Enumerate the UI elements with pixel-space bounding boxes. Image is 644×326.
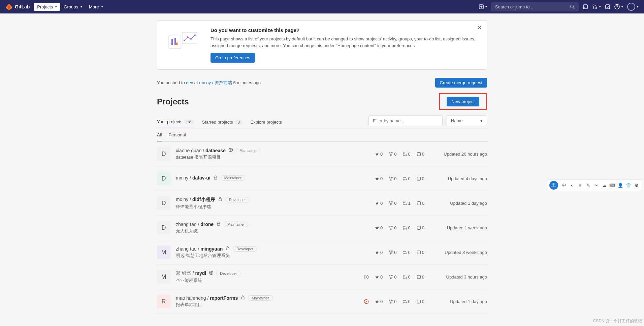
- forks-count[interactable]: 0: [389, 176, 396, 181]
- create-merge-request-button[interactable]: Create merge request: [435, 78, 487, 88]
- project-filter-subtabs: All Personal: [157, 129, 487, 142]
- sort-dropdown[interactable]: Name ▾: [447, 116, 487, 126]
- tab-explore-projects[interactable]: Explore projects: [251, 116, 282, 128]
- issues-count[interactable]: 0: [417, 274, 424, 280]
- project-namespace: mx ny /: [176, 197, 192, 202]
- stars-count[interactable]: 0: [375, 152, 383, 157]
- forks-count[interactable]: 0: [389, 250, 396, 255]
- mrs-count[interactable]: 0: [403, 152, 411, 157]
- help-menu[interactable]: ?: [614, 4, 623, 9]
- issues-count[interactable]: 0: [417, 225, 424, 230]
- ci-status[interactable]: [364, 274, 369, 280]
- mrs-count[interactable]: 0: [403, 225, 411, 230]
- todos-shortcut[interactable]: [605, 4, 610, 9]
- toolbar-edit-icon[interactable]: ✎: [585, 182, 591, 188]
- project-stats: 0 0 0 0: [375, 250, 424, 255]
- toolbar-person-icon[interactable]: 👤: [617, 182, 623, 188]
- issues-count[interactable]: 0: [417, 176, 424, 181]
- fork-icon: [389, 152, 393, 156]
- star-icon: [375, 299, 379, 304]
- subtab-all[interactable]: All: [157, 129, 162, 141]
- push-repo-link[interactable]: 资产前端: [215, 80, 232, 85]
- project-namespace: 郑 银华 /: [176, 270, 195, 276]
- merge-requests-shortcut[interactable]: [592, 4, 601, 9]
- forks-count[interactable]: 0: [389, 225, 396, 230]
- project-row[interactable]: D mx ny / dldf小程序 Developer 锋锋能量小程序端 0 0…: [157, 191, 487, 216]
- visibility-icon: [213, 175, 218, 181]
- project-name[interactable]: mydl: [195, 270, 206, 276]
- project-row[interactable]: D xiaohe guan / dataease Maintainer data…: [157, 142, 487, 166]
- banner-close-button[interactable]: ✕: [477, 24, 482, 31]
- mrs-count[interactable]: 0: [403, 176, 411, 181]
- mrs-count[interactable]: 0: [403, 250, 411, 255]
- user-menu[interactable]: [627, 3, 639, 11]
- toolbar-gear-icon[interactable]: ⚙: [634, 182, 640, 188]
- nav-groups[interactable]: Groups: [60, 3, 86, 11]
- project-row[interactable]: D zhang tao / drone Maintainer 无人机系统 0 0…: [157, 216, 487, 240]
- search-input[interactable]: [495, 4, 570, 9]
- ci-status[interactable]: [364, 299, 369, 304]
- project-row[interactable]: M zhang tao / mingyuan Developer 明远-智慧工地…: [157, 240, 487, 265]
- subtab-personal[interactable]: Personal: [168, 129, 186, 141]
- toolbar-shirt-icon[interactable]: 👕: [625, 182, 632, 188]
- toolbar-keyboard-icon[interactable]: ⌨: [609, 182, 615, 188]
- fork-icon: [389, 176, 393, 181]
- fork-icon: [389, 201, 393, 205]
- svg-rect-33: [219, 199, 222, 201]
- stars-count[interactable]: 0: [375, 225, 383, 230]
- new-project-button[interactable]: New project: [447, 97, 479, 106]
- go-to-preferences-button[interactable]: Go to preferences: [211, 53, 255, 63]
- visibility-icon: [228, 148, 233, 153]
- toolbar-scissors-icon[interactable]: ✂: [593, 182, 599, 188]
- svg-point-51: [392, 250, 393, 251]
- toolbar-lang-icon[interactable]: 中: [561, 182, 567, 188]
- globe-icon: [228, 148, 233, 152]
- filter-by-name-input[interactable]: [368, 116, 443, 126]
- issues-count[interactable]: 0: [417, 201, 424, 206]
- issues-count[interactable]: 0: [417, 250, 424, 255]
- tab-label: Explore projects: [251, 120, 282, 125]
- mrs-count[interactable]: 0: [403, 299, 411, 304]
- svg-point-4: [593, 7, 594, 9]
- project-row[interactable]: R mao hanmeng / reportForms Maintainer 报…: [157, 289, 487, 314]
- issues-count[interactable]: 0: [417, 152, 424, 157]
- stars-count[interactable]: 0: [375, 176, 383, 181]
- project-row[interactable]: D mx ny / datav-ui Maintainer 0 0 0 0 Up…: [157, 166, 487, 191]
- forks-count[interactable]: 0: [389, 299, 396, 304]
- project-name[interactable]: datav-ui: [192, 175, 211, 181]
- toolbar-dot-icon[interactable]: •,: [569, 182, 575, 188]
- search-box[interactable]: [491, 2, 579, 11]
- stars-count[interactable]: 0: [375, 274, 383, 280]
- forks-count[interactable]: 0: [389, 152, 396, 157]
- stars-count[interactable]: 0: [375, 250, 383, 255]
- project-name[interactable]: drone: [200, 222, 214, 227]
- forks-count[interactable]: 0: [389, 201, 396, 206]
- push-branch-link[interactable]: dev: [186, 80, 193, 85]
- mrs-count[interactable]: 1: [403, 201, 411, 206]
- project-row[interactable]: M 郑 银华 / mydl Developer 企业能耗系统 0 0 0 0 U…: [157, 265, 487, 289]
- stars-count[interactable]: 0: [375, 201, 383, 206]
- toolbar-logo-icon[interactable]: 王: [549, 181, 558, 190]
- issues-icon: [417, 275, 421, 279]
- push-group-link[interactable]: mx ny /: [199, 80, 215, 85]
- project-name[interactable]: reportForms: [210, 295, 238, 301]
- visibility-icon: [216, 221, 221, 227]
- project-name[interactable]: dataease: [205, 148, 226, 153]
- plus-menu[interactable]: [479, 4, 487, 9]
- toolbar-emoji-icon[interactable]: ☺: [577, 182, 583, 188]
- issues-count[interactable]: 0: [417, 299, 424, 304]
- issues-icon: [417, 176, 421, 181]
- project-name[interactable]: dldf小程序: [192, 197, 215, 202]
- issues-shortcut[interactable]: [583, 4, 588, 9]
- visibility-icon: [209, 270, 214, 276]
- tab-starred-projects[interactable]: Starred projects 0: [202, 116, 243, 128]
- project-name[interactable]: mingyuan: [200, 246, 223, 252]
- mrs-count[interactable]: 0: [403, 274, 411, 280]
- nav-more[interactable]: More: [86, 3, 106, 11]
- stars-count[interactable]: 0: [375, 299, 383, 304]
- forks-count[interactable]: 0: [389, 274, 396, 280]
- tab-your-projects[interactable]: Your projects 18: [157, 116, 194, 128]
- nav-projects[interactable]: Projects: [34, 3, 60, 11]
- gitlab-logo[interactable]: GitLab: [5, 3, 30, 10]
- toolbar-cloud-icon[interactable]: ☁: [601, 182, 607, 188]
